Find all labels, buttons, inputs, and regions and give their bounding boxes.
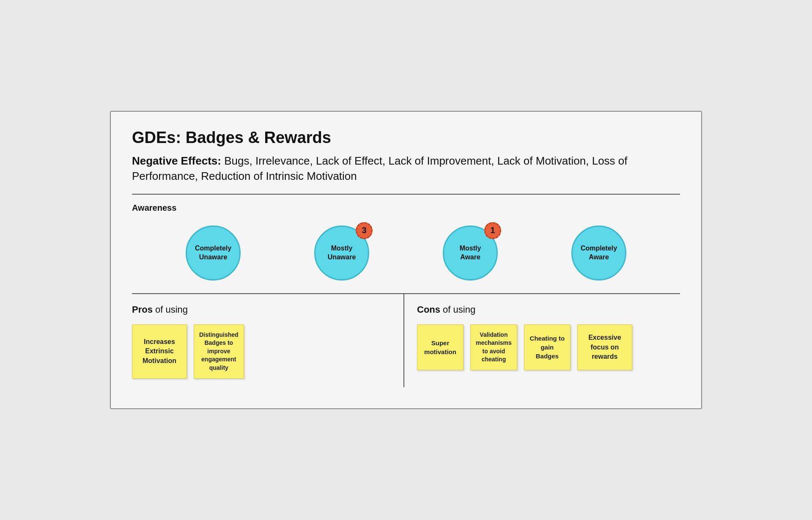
pros-title-bold: Pros xyxy=(132,304,153,315)
subtitle: Negative Effects: Bugs, Irrelevance, Lac… xyxy=(132,154,680,183)
awareness-label: Awareness xyxy=(132,203,680,213)
cons-title: Cons of using xyxy=(417,304,680,315)
page-title: GDEs: Badges & Rewards xyxy=(132,129,680,147)
sticky-distinguished-badges: DistinguishedBadges toimproveengagementq… xyxy=(194,325,244,379)
pros-title: Pros of using xyxy=(132,304,395,315)
sticky-increases-extrinsic: IncreasesExtrinsicMotivation xyxy=(132,325,187,379)
bottom-section: Pros of using IncreasesExtrinsicMotivati… xyxy=(132,293,680,387)
sticky-cheating-badges: Cheating togainBadges xyxy=(524,325,571,370)
awareness-section: Awareness CompletelyUnaware MostlyUnawar… xyxy=(132,203,680,281)
main-card: GDEs: Badges & Rewards Negative Effects:… xyxy=(110,111,702,409)
sticky-super-motivation: Supermotivation xyxy=(417,325,464,370)
sticky-validation-mechanisms: Validationmechanismsto avoidcheating xyxy=(470,325,517,370)
pros-title-suffix: of using xyxy=(153,304,188,315)
circle-completely-aware: CompletelyAware xyxy=(571,226,626,281)
circle-mostly-aware: MostlyAware 1 xyxy=(443,226,498,281)
pros-section: Pros of using IncreasesExtrinsicMotivati… xyxy=(132,294,404,387)
circle-label: CompletelyAware xyxy=(571,226,626,281)
cons-title-suffix: of using xyxy=(440,304,475,315)
circle-mostly-unaware: MostlyUnaware 3 xyxy=(314,226,369,281)
sticky-excessive-focus: Excessivefocus onrewards xyxy=(577,325,632,370)
pros-sticky-row: IncreasesExtrinsicMotivation Distinguish… xyxy=(132,325,395,379)
top-divider xyxy=(132,194,680,195)
cons-section: Cons of using Supermotivation Validation… xyxy=(404,294,680,387)
cons-title-bold: Cons xyxy=(417,304,440,315)
badge-1: 1 xyxy=(484,222,501,239)
badge-3: 3 xyxy=(356,222,373,239)
circle-completely-unaware: CompletelyUnaware xyxy=(186,226,241,281)
circle-label: CompletelyUnaware xyxy=(186,226,241,281)
circles-row: CompletelyUnaware MostlyUnaware 3 Mostly… xyxy=(132,226,680,281)
cons-sticky-row: Supermotivation Validationmechanismsto a… xyxy=(417,325,680,370)
subtitle-bold: Negative Effects: xyxy=(132,154,221,167)
